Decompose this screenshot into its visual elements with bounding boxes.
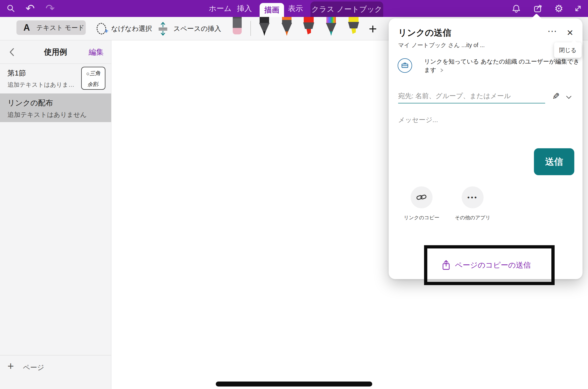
copy-link-button[interactable] bbox=[411, 186, 433, 208]
page-thumbnail: ○三角 余割. bbox=[81, 67, 105, 90]
thumbnail-handwriting-line1: ○三角 bbox=[81, 69, 105, 78]
orange-pen-tool[interactable] bbox=[279, 17, 294, 39]
permission-text: リンクを知っている あなたの組織 のユーザーが編集できます bbox=[424, 57, 582, 74]
share-page-icon bbox=[441, 260, 451, 271]
page-item-link-distribution-selected[interactable]: リンクの配布 追加テキストはありません bbox=[0, 93, 111, 122]
page-list-sidebar: 使用例 編集 第1節 追加テキストはありま… ○三角 余割. リンクの配布 追加… bbox=[0, 40, 111, 389]
page-subtitle: 追加テキストはありません bbox=[7, 110, 87, 119]
red-marker-tool[interactable] bbox=[301, 17, 316, 39]
page-subtitle: 追加テキストはありま… bbox=[7, 81, 74, 89]
briefcase-icon bbox=[398, 58, 412, 73]
more-apps-label: その他のアプリ bbox=[448, 214, 498, 221]
ellipsis-icon: ••• bbox=[467, 194, 478, 201]
recipient-input[interactable] bbox=[398, 89, 545, 103]
text-mode-button[interactable]: A テキスト モード bbox=[16, 20, 86, 35]
tab-draw-active[interactable]: 描画 bbox=[260, 3, 284, 17]
thumbnail-handwriting-line2: 余割. bbox=[81, 80, 105, 88]
home-indicator-bar[interactable] bbox=[216, 382, 372, 387]
more-apps-button[interactable]: ••• bbox=[462, 186, 484, 208]
toolbar-divider bbox=[250, 21, 251, 36]
chevron-right-icon bbox=[440, 68, 443, 73]
settings-gear-icon[interactable]: ⚙ bbox=[553, 0, 565, 17]
top-app-bar: ↶ ↷ ホーム 挿入 描画 表示 クラス ノートブック ⚙ bbox=[0, 0, 588, 17]
share-icon[interactable] bbox=[532, 0, 544, 17]
page-title: 第1節 bbox=[7, 68, 26, 78]
page-title: リンクの配布 bbox=[7, 98, 53, 108]
tab-class-notebook[interactable]: クラス ノートブック bbox=[310, 1, 383, 17]
pencil-icon[interactable]: ✎ bbox=[552, 91, 560, 102]
tab-insert[interactable]: 挿入 bbox=[237, 0, 252, 17]
text-mode-a-icon: A bbox=[23, 22, 30, 33]
fullscreen-expand-icon[interactable] bbox=[573, 0, 584, 17]
plus-icon: + bbox=[7, 360, 14, 372]
lasso-select-icon[interactable]: + bbox=[96, 22, 107, 35]
send-link-dialog: リンクの送信 … ✕ マイ ノートブック さん ...ity of ... 閉じ… bbox=[389, 18, 583, 279]
redo-icon[interactable]: ↷ bbox=[44, 0, 56, 17]
text-mode-label: テキスト モード bbox=[36, 23, 84, 32]
tooltip-pointer bbox=[571, 40, 577, 46]
tab-view[interactable]: 表示 bbox=[288, 0, 303, 17]
close-tooltip: 閉じる bbox=[554, 42, 582, 58]
send-page-copy-label: ページのコピーの送信 bbox=[455, 260, 531, 270]
close-icon[interactable]: ✕ bbox=[567, 28, 574, 38]
rainbow-pen-tool[interactable] bbox=[323, 17, 339, 39]
add-pen-button[interactable]: + bbox=[369, 17, 377, 40]
send-button[interactable]: 送信 bbox=[534, 148, 574, 175]
add-page-button[interactable]: + ページ bbox=[0, 355, 111, 378]
message-input[interactable] bbox=[398, 114, 573, 126]
page-item-section1[interactable]: 第1節 追加テキストはありま… ○三角 余割. bbox=[0, 64, 111, 93]
copy-link-label: リンクのコピー bbox=[397, 214, 446, 221]
dialog-title: リンクの送信 bbox=[398, 27, 451, 39]
more-options-icon[interactable]: … bbox=[547, 23, 558, 34]
add-page-label: ページ bbox=[23, 363, 44, 372]
undo-icon[interactable]: ↶ bbox=[24, 0, 36, 17]
yellow-highlighter-tool[interactable] bbox=[346, 17, 361, 39]
dialog-subtitle: マイ ノートブック さん ...ity of ... bbox=[398, 41, 485, 49]
edit-button[interactable]: 編集 bbox=[89, 40, 104, 64]
tooltip-label: 閉じる bbox=[559, 46, 577, 54]
send-page-copy-button[interactable]: ページのコピーの送信 bbox=[441, 260, 531, 271]
insert-space-icon[interactable] bbox=[157, 21, 168, 37]
lasso-plus-glyph: + bbox=[104, 27, 109, 35]
notifications-bell-icon[interactable] bbox=[511, 0, 522, 17]
tab-home[interactable]: ホーム bbox=[209, 0, 231, 17]
search-icon[interactable] bbox=[5, 0, 16, 17]
eraser-tool[interactable] bbox=[230, 17, 244, 37]
chevron-down-icon[interactable] bbox=[566, 96, 572, 100]
onenote-ipad-screen: ↶ ↷ ホーム 挿入 描画 表示 クラス ノートブック ⚙ bbox=[0, 0, 588, 389]
link-icon bbox=[416, 193, 427, 202]
insert-space-label[interactable]: スペースの挿入 bbox=[173, 17, 221, 40]
black-pen-tool[interactable] bbox=[257, 17, 272, 39]
sidebar-header: 使用例 編集 bbox=[0, 40, 111, 64]
lasso-select-label[interactable]: なげなわ選択 bbox=[111, 17, 152, 40]
